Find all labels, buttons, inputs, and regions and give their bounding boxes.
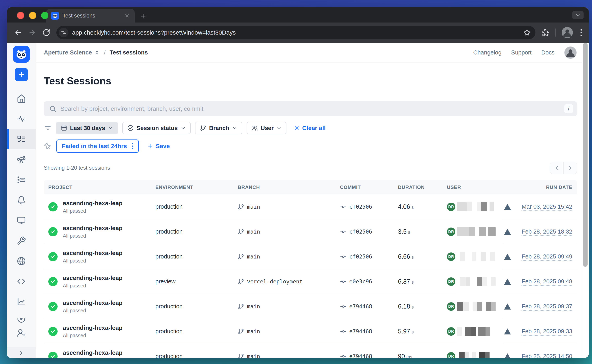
breadcrumb-separator: / xyxy=(104,49,106,56)
docs-link[interactable]: Docs xyxy=(541,49,555,56)
sidebar-item-home[interactable] xyxy=(7,88,36,109)
commit-cell: cf02506 xyxy=(340,254,398,260)
sidebar-item-dashboards[interactable] xyxy=(7,292,36,312)
duration-unit: s xyxy=(411,329,414,334)
minimize-window-button[interactable] xyxy=(29,12,36,19)
sidebar-item-explore[interactable] xyxy=(7,149,36,170)
wrench-icon xyxy=(17,236,26,245)
new-tab-button[interactable] xyxy=(140,13,147,20)
extensions-puzzle-icon[interactable] xyxy=(541,29,549,36)
run-date-link[interactable]: Feb 25, 2025 14:50 xyxy=(522,353,572,358)
browser-window: Test sessions xyxy=(7,7,589,358)
sidebar-item-alerts[interactable] xyxy=(7,190,36,210)
table-row[interactable]: ascending-hexa-leap All passed productio… xyxy=(44,319,577,344)
table-row[interactable]: ascending-hexa-leap All passed productio… xyxy=(44,344,577,358)
search-bar[interactable]: / xyxy=(44,101,577,116)
commit-hash: e0e3c96 xyxy=(349,278,372,285)
home-icon xyxy=(17,94,26,103)
save-filter-button[interactable]: Save xyxy=(147,143,170,150)
run-date-link[interactable]: Feb 28, 2025 18:32 xyxy=(522,228,572,236)
status-passed-icon xyxy=(48,252,58,261)
x-icon xyxy=(294,125,300,131)
vercel-triangle-icon xyxy=(504,328,511,334)
saved-filter-chip[interactable]: Failed in the last 24hrs xyxy=(56,139,139,153)
support-link[interactable]: Support xyxy=(511,49,531,56)
sidebar-item-status-pages[interactable] xyxy=(7,210,36,231)
branch-name: main xyxy=(247,353,260,358)
table-row[interactable]: ascending-hexa-leap All passed productio… xyxy=(44,244,577,269)
table-row[interactable]: ascending-hexa-leap All passed productio… xyxy=(44,194,577,219)
table-row[interactable]: ascending-hexa-leap All passed productio… xyxy=(44,294,577,319)
branch-filter[interactable]: Branch xyxy=(195,122,242,134)
duration-cell: 3.5s xyxy=(398,228,447,235)
sidebar-item-maintenance[interactable] xyxy=(7,231,36,251)
bookmark-star-icon[interactable] xyxy=(523,29,532,36)
branch-name: main xyxy=(247,254,260,260)
header-links: Changelog Support Docs xyxy=(473,46,577,59)
status-passed-icon xyxy=(48,202,58,211)
site-settings-icon[interactable] xyxy=(59,28,68,37)
sidebar-item-test-sessions[interactable] xyxy=(7,129,36,149)
user-filter[interactable]: User xyxy=(247,122,287,134)
duration-value: 4.06 xyxy=(398,203,410,210)
tab-title: Test sessions xyxy=(63,13,121,19)
run-date-link[interactable]: Feb 28, 2025 09:48 xyxy=(522,278,572,286)
browser-tab[interactable]: Test sessions xyxy=(46,9,135,23)
run-date-link[interactable]: Feb 28, 2025 09:37 xyxy=(522,303,572,311)
maximize-window-button[interactable] xyxy=(41,12,48,19)
create-new-button[interactable] xyxy=(15,68,28,81)
user-profile-avatar[interactable] xyxy=(564,46,577,59)
page-scrollbar[interactable] xyxy=(582,43,589,358)
project-cell: ascending-hexa-leap All passed xyxy=(48,299,155,313)
page-title: Test Sessions xyxy=(44,75,577,87)
commit-hash: cf02506 xyxy=(349,228,372,235)
branch-name: main xyxy=(247,204,260,210)
branch-cell: main xyxy=(238,204,340,210)
reload-button[interactable] xyxy=(42,29,50,37)
browser-profile-avatar[interactable] xyxy=(562,27,573,38)
sidebar-expand-button[interactable] xyxy=(7,348,36,358)
branch-cell: vercel-deployment xyxy=(238,278,340,285)
close-tab-icon[interactable] xyxy=(124,13,130,19)
git-commit-icon xyxy=(340,353,346,358)
sidebar-item-private-locations[interactable] xyxy=(7,251,36,271)
run-date-link[interactable]: Feb 28, 2025 09:33 xyxy=(522,328,572,336)
search-input[interactable] xyxy=(61,105,560,112)
sidebar-item-runtimes[interactable] xyxy=(7,170,36,190)
run-date-link[interactable]: Mar 03, 2025 15:42 xyxy=(522,203,572,211)
session-status-filter[interactable]: Session status xyxy=(122,122,191,134)
checkly-logo[interactable] xyxy=(13,45,30,64)
project-name: ascending-hexa-leap xyxy=(63,274,123,281)
run-date-link[interactable]: Feb 28, 2025 09:49 xyxy=(522,253,572,261)
project-name: ascending-hexa-leap xyxy=(63,225,123,232)
org-switcher[interactable]: Aperture Science xyxy=(44,49,100,56)
sidebar-item-invite-user[interactable] xyxy=(7,326,36,340)
sidebar-item-cli[interactable] xyxy=(7,271,36,292)
changelog-link[interactable]: Changelog xyxy=(473,49,501,56)
clear-all-button[interactable]: Clear all xyxy=(294,125,326,131)
close-window-button[interactable] xyxy=(17,12,24,19)
desktop-background: Test sessions xyxy=(0,0,592,364)
forward-button[interactable] xyxy=(28,29,36,37)
git-commit-icon xyxy=(340,303,346,310)
user-avatar: DR xyxy=(447,302,455,311)
table-row[interactable]: ascending-hexa-leap All passed productio… xyxy=(44,219,577,244)
commit-cell: e794468 xyxy=(340,328,398,335)
sidebar-item-monitoring[interactable] xyxy=(7,109,36,129)
tab-search-button[interactable] xyxy=(572,11,584,19)
back-button[interactable] xyxy=(14,29,22,37)
date-range-filter[interactable]: Last 30 days xyxy=(56,122,118,134)
saved-filter-menu-icon[interactable] xyxy=(131,142,135,150)
sidebar-item-targets[interactable] xyxy=(7,312,36,326)
environment-cell: production xyxy=(155,328,238,335)
scrollbar-thumb[interactable] xyxy=(583,43,588,267)
browser-menu-icon[interactable] xyxy=(579,29,584,36)
next-page-button[interactable] xyxy=(563,162,577,174)
duration-unit: ms xyxy=(406,354,412,358)
address-bar[interactable]: app.checklyhq.com/test-sessions?presetWi… xyxy=(56,26,535,39)
checkly-favicon-icon xyxy=(51,12,59,20)
git-commit-icon xyxy=(340,278,346,285)
table-row[interactable]: ascending-hexa-leap All passed preview v… xyxy=(44,269,577,294)
previous-page-button[interactable] xyxy=(550,162,563,174)
redacted-user-name xyxy=(457,252,500,261)
